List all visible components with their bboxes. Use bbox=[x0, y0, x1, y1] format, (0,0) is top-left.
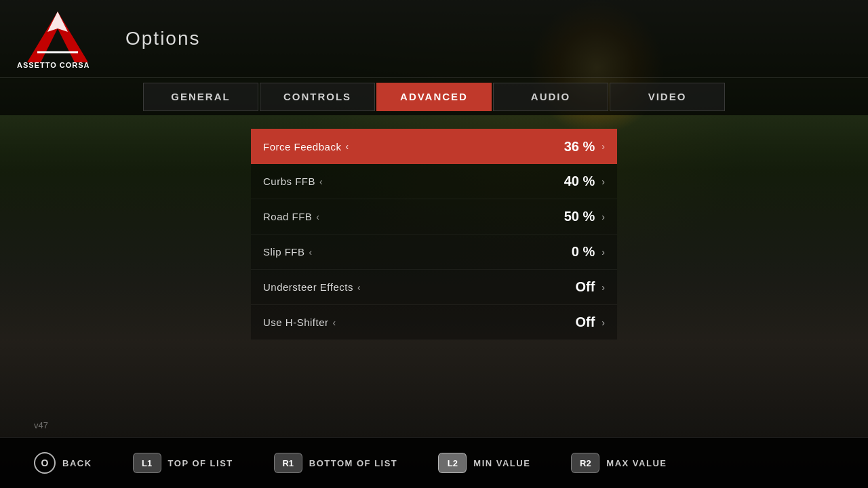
tab-general[interactable]: GENERAL bbox=[143, 83, 258, 111]
setting-label-force-feedback: Force Feedback bbox=[263, 141, 341, 152]
control-hint-back: O BACK bbox=[34, 452, 92, 474]
setting-label-h-shifter: Use H-Shifter bbox=[263, 317, 329, 328]
control-hint-min-value: L2 MIN VALUE bbox=[438, 453, 530, 473]
btn-l2[interactable]: L2 bbox=[438, 453, 467, 473]
arrow-left-understeer-effects: ‹ bbox=[357, 282, 361, 293]
setting-left-slip-ffb: Slip FFB ‹ bbox=[263, 246, 313, 258]
bottom-bar: O BACK L1 TOP OF LIST R1 BOTTOM OF LIST … bbox=[0, 437, 868, 488]
setting-left-curbs-ffb: Curbs FFB ‹ bbox=[263, 176, 323, 187]
arrow-left-curbs-ffb: ‹ bbox=[319, 176, 323, 187]
hint-label-max-value: MAX VALUE bbox=[606, 458, 667, 468]
setting-right-understeer-effects: Off › bbox=[547, 279, 605, 295]
setting-label-slip-ffb: Slip FFB bbox=[263, 246, 305, 258]
setting-value-understeer-effects: Off bbox=[547, 279, 595, 295]
options-title: Options bbox=[125, 28, 201, 49]
setting-left-road-ffb: Road FFB ‹ bbox=[263, 211, 320, 222]
arrow-left-h-shifter: ‹ bbox=[333, 317, 336, 328]
setting-left-understeer-effects: Understeer Effects ‹ bbox=[263, 281, 361, 293]
version-label: v47 bbox=[34, 420, 48, 430]
tab-controls[interactable]: CONTROLS bbox=[260, 83, 375, 111]
btn-l1[interactable]: L1 bbox=[133, 453, 161, 473]
arrow-right-force-feedback: › bbox=[601, 141, 605, 152]
hint-label-top-of-list: TOP OF LIST bbox=[168, 458, 233, 468]
arrow-right-road-ffb: › bbox=[601, 211, 605, 222]
setting-value-slip-ffb: 0 % bbox=[547, 244, 595, 260]
setting-row-h-shifter[interactable]: Use H-Shifter ‹ Off › bbox=[251, 305, 617, 340]
btn-r1[interactable]: R1 bbox=[274, 453, 302, 473]
logo-area: ASSETTO CORSA Options bbox=[14, 8, 201, 69]
svg-text:ASSETTO CORSA: ASSETTO CORSA bbox=[17, 61, 90, 69]
setting-row-understeer-effects[interactable]: Understeer Effects ‹ Off › bbox=[251, 270, 617, 305]
setting-value-road-ffb: 50 % bbox=[547, 209, 595, 224]
setting-value-h-shifter: Off bbox=[547, 314, 595, 330]
setting-value-curbs-ffb: 40 % bbox=[547, 174, 595, 189]
hint-label-bottom-of-list: BOTTOM OF LIST bbox=[309, 458, 398, 468]
settings-list: Force Feedback ‹ 36 % › Curbs FFB ‹ 40 %… bbox=[251, 129, 617, 340]
setting-left-h-shifter: Use H-Shifter ‹ bbox=[263, 317, 336, 328]
setting-value-force-feedback: 36 % bbox=[547, 139, 595, 155]
svg-marker-1 bbox=[47, 12, 68, 32]
setting-right-curbs-ffb: 40 % › bbox=[547, 174, 605, 189]
setting-row-curbs-ffb[interactable]: Curbs FFB ‹ 40 % › bbox=[251, 164, 617, 199]
hint-label-min-value: MIN VALUE bbox=[473, 458, 530, 468]
control-hint-top-of-list: L1 TOP OF LIST bbox=[133, 453, 233, 473]
setting-row-force-feedback[interactable]: Force Feedback ‹ 36 % › bbox=[251, 129, 617, 164]
content-area: Force Feedback ‹ 36 % › Curbs FFB ‹ 40 %… bbox=[0, 115, 868, 434]
arrow-right-slip-ffb: › bbox=[601, 247, 605, 258]
setting-right-h-shifter: Off › bbox=[547, 314, 605, 330]
setting-row-slip-ffb[interactable]: Slip FFB ‹ 0 % › bbox=[251, 235, 617, 270]
setting-label-road-ffb: Road FFB bbox=[263, 211, 312, 222]
tab-audio[interactable]: AUDIO bbox=[493, 83, 608, 111]
tab-video[interactable]: VIDEO bbox=[610, 83, 725, 111]
hint-label-back: BACK bbox=[62, 458, 92, 468]
control-hint-max-value: R2 MAX VALUE bbox=[571, 453, 667, 473]
arrow-left-force-feedback: ‹ bbox=[345, 141, 349, 152]
header: ASSETTO CORSA Options bbox=[0, 0, 868, 78]
setting-label-curbs-ffb: Curbs FFB bbox=[263, 176, 315, 187]
arrow-left-road-ffb: ‹ bbox=[316, 211, 319, 222]
setting-row-road-ffb[interactable]: Road FFB ‹ 50 % › bbox=[251, 199, 617, 235]
control-hint-bottom-of-list: R1 BOTTOM OF LIST bbox=[274, 453, 398, 473]
setting-right-slip-ffb: 0 % › bbox=[547, 244, 605, 260]
setting-right-force-feedback: 36 % › bbox=[547, 139, 605, 155]
btn-r2[interactable]: R2 bbox=[571, 453, 599, 473]
arrow-left-slip-ffb: ‹ bbox=[309, 247, 313, 258]
btn-back[interactable]: O bbox=[34, 452, 56, 474]
arrow-right-h-shifter: › bbox=[601, 317, 605, 328]
setting-right-road-ffb: 50 % › bbox=[547, 209, 605, 224]
tab-advanced[interactable]: ADVANCED bbox=[376, 83, 492, 111]
logo-icon: ASSETTO CORSA bbox=[14, 8, 102, 69]
setting-label-understeer-effects: Understeer Effects bbox=[263, 281, 353, 293]
setting-left-force-feedback: Force Feedback ‹ bbox=[263, 141, 349, 152]
arrow-right-curbs-ffb: › bbox=[601, 176, 605, 187]
nav-tabs: GENERAL CONTROLS ADVANCED AUDIO VIDEO bbox=[0, 78, 868, 115]
arrow-right-understeer-effects: › bbox=[601, 282, 605, 293]
